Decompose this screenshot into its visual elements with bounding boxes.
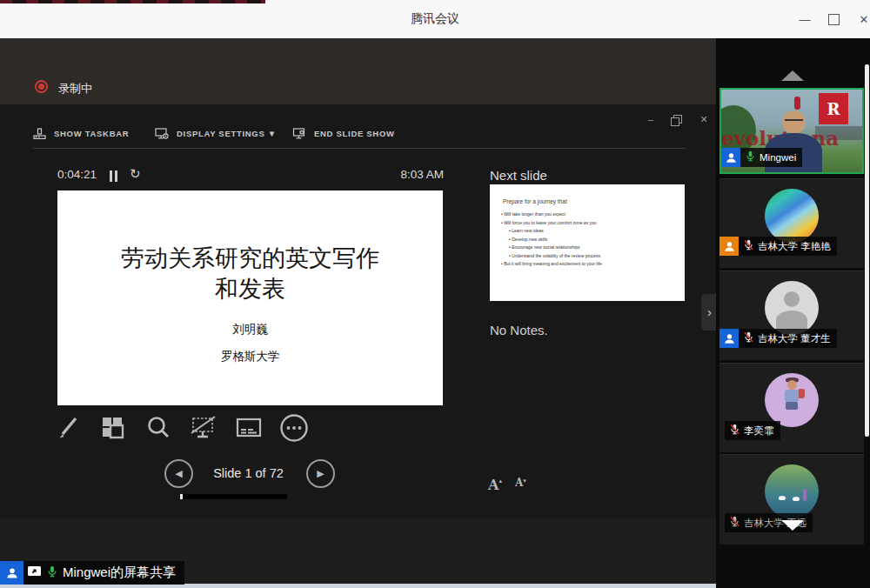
mic-muted-icon [743,331,754,347]
next-slide-button[interactable]: ▶ [306,459,335,488]
presenter-tools [52,411,310,445]
more-options-icon[interactable] [278,412,310,444]
maximize-button[interactable] [828,14,840,25]
slide-author: 刘明巍 [57,322,443,337]
black-screen-icon[interactable] [188,412,219,444]
close-button[interactable]: ✕ [856,12,870,28]
screen-share-icon [27,565,42,581]
avatar [765,464,819,518]
scroll-up-icon[interactable] [781,70,804,81]
screen-share-status[interactable]: Mingwei的屏幕共享 [0,561,184,585]
next-slide-heading: Next slide [490,168,547,183]
participant-tile-wangyuan[interactable]: 吉林大学 王远 [719,454,864,545]
display-settings-icon [155,127,169,140]
mic-muted-icon [729,515,740,531]
previous-slide-button[interactable]: ◀ [164,459,193,488]
see-all-slides-icon[interactable] [97,412,129,444]
mic-muted-icon [729,423,740,439]
current-time: 8:03 AM [313,168,444,181]
captions-icon[interactable] [233,412,264,444]
next-slide-bullet: Encourage new social relationships [509,244,685,252]
slide-affiliation: 罗格斯大学 [57,349,443,364]
mic-on-icon [46,565,58,582]
participant-tile-liyifei[interactable]: 李奕霏 [719,363,864,452]
minimize-button[interactable]: — [797,12,813,28]
restart-timer-button[interactable]: ↻ [130,166,141,182]
next-slide-bullet: Will force you to leave your comfort zon… [501,219,685,228]
mic-on-icon [745,150,756,166]
background-window-edge [0,0,265,3]
window-title: 腾讯会议 [0,11,870,27]
zoom-slide-icon[interactable] [143,412,174,444]
avatar [765,373,819,427]
end-slideshow-button[interactable]: END SLIDE SHOW [292,124,395,143]
participant-tile-liyanyan[interactable]: 吉林大学 李艳艳 [719,178,864,268]
end-slideshow-icon [292,127,306,140]
screen: 腾讯会议 — ✕ 录制中 – ✕ SHOW TASKBAR DISPLAY SE… [0,0,870,588]
slide-title: 劳动关系研究的英文写作 和发表 [57,243,443,304]
elapsed-timer: 0:04:21 [57,168,97,181]
sharer-person-icon [0,561,23,585]
increase-font-button[interactable]: A▴ [488,477,502,493]
next-slide-bullet: Will take longer than you expect [501,210,685,219]
pause-timer-button[interactable] [110,170,118,182]
presenter-minimize-button[interactable]: – [644,113,658,125]
participant-name: Mingwei [760,152,796,163]
next-slide-title: Prepare for a journey that [503,198,685,204]
presenter-window: – ✕ SHOW TASKBAR DISPLAY SETTINGS ▼ END … [0,104,716,518]
display-settings-button[interactable]: DISPLAY SETTINGS ▼ [155,124,277,143]
screen-sharer-badge-icon [721,148,740,167]
sidebar-scrollbar[interactable] [865,64,869,437]
share-label: Mingwei的屏幕共享 [63,565,176,581]
toolbar-divider [33,148,686,149]
next-slide-thumbnail[interactable]: Prepare for a journey that Will take lon… [490,184,685,301]
end-slideshow-label: END SLIDE SHOW [314,129,395,138]
decrease-font-button[interactable]: A▾ [515,477,526,489]
host-badge-icon [719,237,739,256]
avatar [765,189,819,243]
recording-label[interactable]: 录制中 [58,81,92,97]
pen-icon[interactable] [52,412,84,444]
presenter-restore-button[interactable] [673,115,682,124]
scroll-down-icon[interactable] [781,520,804,531]
slide-counter: Slide 1 of 72 [198,466,298,480]
next-slide-bullet: But it will bring meaning and excitement… [501,260,685,269]
current-slide[interactable]: 劳动关系研究的英文写作 和发表 刘明巍 罗格斯大学 [57,190,443,405]
participant-name: 吉林大学 李艳艳 [758,240,831,253]
show-taskbar-label: SHOW TASKBAR [54,129,129,138]
next-slide-bullet: Learn new ideas [509,227,685,236]
participant-tile-mingwei[interactable]: R evolutiona Mingwei [719,88,864,174]
next-slide-bullet: Develop new skills [509,236,685,244]
next-slide-bullet: Understand the volatility of the review … [509,252,685,261]
slide-progress-bar [180,494,287,499]
avatar [765,281,819,335]
show-taskbar-button[interactable]: SHOW TASKBAR [33,124,129,143]
rutgers-logo: R [819,93,848,124]
recording-icon [35,80,48,93]
slide-navigation: ◀ Slide 1 of 72 ▶ [0,459,487,491]
participant-tile-dongcaisheng[interactable]: 吉林大学 董才生 [719,271,864,360]
person-badge-icon [719,329,739,348]
participant-name: 李奕霏 [744,424,774,438]
display-settings-label: DISPLAY SETTINGS ▼ [177,129,277,138]
notes-text: No Notes. [490,323,548,337]
presenter-close-button[interactable]: ✕ [697,113,711,125]
taskbar-icon [33,127,46,140]
participant-name: 吉林大学 董才生 [758,332,831,345]
mic-muted-icon [743,238,754,255]
